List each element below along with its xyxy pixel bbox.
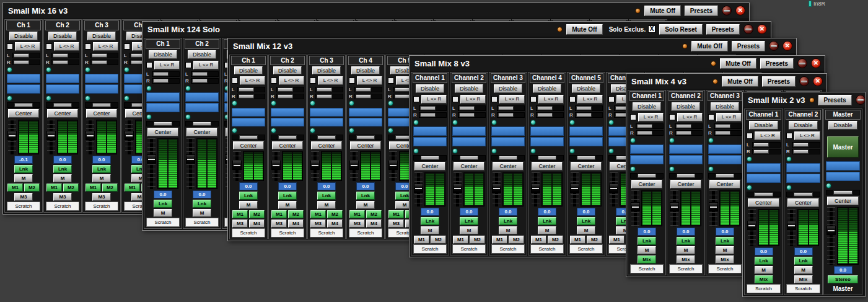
- titlebar[interactable]: Small Mix 124 Solo Mute Off Solo Exclus.…: [142, 22, 771, 37]
- volume-fader[interactable]: [350, 151, 358, 181]
- volume-fader[interactable]: [748, 209, 756, 246]
- lnk-button[interactable]: Lnk: [53, 165, 72, 173]
- mix-button[interactable]: Mix: [755, 275, 773, 283]
- slider-handle[interactable]: [638, 174, 656, 178]
- left-level-slider[interactable]: [152, 71, 180, 77]
- gain-value[interactable]: 0.0: [638, 228, 656, 236]
- m2-button[interactable]: M2: [249, 210, 265, 218]
- mute-off-button[interactable]: Mute Off: [644, 6, 681, 16]
- slider-handle[interactable]: [53, 60, 68, 64]
- lr-swap-button[interactable]: L <> R: [577, 95, 603, 104]
- scratch-field[interactable]: Scratch: [46, 202, 79, 211]
- slider-handle[interactable]: [53, 103, 72, 107]
- lnk-button[interactable]: Lnk: [499, 217, 517, 225]
- left-level-slider[interactable]: [191, 71, 219, 77]
- slider-handle[interactable]: [92, 60, 107, 64]
- pan-slider[interactable]: [669, 173, 703, 179]
- m-button[interactable]: M: [53, 174, 72, 182]
- volume-fader[interactable]: [233, 151, 241, 181]
- lnk-button[interactable]: Lnk: [716, 237, 734, 245]
- m2-button[interactable]: M2: [470, 236, 485, 244]
- volume-fader[interactable]: [414, 172, 423, 207]
- close-button[interactable]: ✕: [813, 76, 823, 86]
- right-level-slider[interactable]: [675, 130, 703, 136]
- fader-handle[interactable]: [310, 161, 320, 170]
- m1-button[interactable]: M1: [570, 236, 585, 244]
- slider-handle[interactable]: [14, 103, 33, 107]
- scratch-field[interactable]: Scratch: [452, 244, 486, 254]
- lr-link-checkbox[interactable]: [146, 62, 152, 68]
- gain-value[interactable]: 0.0: [834, 266, 853, 274]
- right-level-slider[interactable]: [419, 112, 447, 118]
- right-level-slider[interactable]: [315, 94, 343, 99]
- slider-handle[interactable]: [317, 94, 332, 99]
- slider-handle[interactable]: [793, 143, 809, 147]
- scratch-field[interactable]: Scratch: [786, 284, 820, 293]
- m-button[interactable]: M: [677, 246, 695, 254]
- pan-slider[interactable]: [747, 192, 781, 197]
- slider-handle[interactable]: [92, 53, 107, 58]
- disable-button[interactable]: Disable: [789, 121, 818, 130]
- m2-button[interactable]: M2: [24, 184, 40, 192]
- gain-value[interactable]: 0.0: [239, 182, 258, 190]
- lnk-button[interactable]: Lnk: [239, 192, 258, 200]
- lr-link-checkbox[interactable]: [349, 78, 355, 84]
- titlebar[interactable]: Small Miix 2 v3 Presets ✕: [743, 92, 865, 107]
- m-button[interactable]: M: [716, 246, 734, 254]
- fader-handle[interactable]: [631, 202, 640, 211]
- slider-handle[interactable]: [753, 143, 769, 147]
- lr-swap-button[interactable]: L <> R: [279, 76, 304, 85]
- slider-handle[interactable]: [794, 192, 813, 197]
- gain-value[interactable]: 0.0: [421, 208, 439, 216]
- m1-button[interactable]: M1: [349, 210, 365, 218]
- pan-slider[interactable]: [530, 155, 564, 161]
- m1-button[interactable]: M1: [492, 236, 507, 244]
- slider-handle[interactable]: [793, 149, 809, 154]
- gain-value[interactable]: 0.0: [53, 156, 72, 164]
- gain-value[interactable]: 0.0: [499, 208, 517, 216]
- disable-button[interactable]: Disable: [494, 84, 522, 93]
- scratch-field[interactable]: Scratch: [146, 218, 180, 227]
- lr-link-checkbox[interactable]: [85, 43, 91, 50]
- volume-fader[interactable]: [493, 172, 501, 207]
- lnk-button[interactable]: Lnk: [460, 217, 478, 225]
- slider-handle[interactable]: [14, 53, 29, 58]
- pan-slider[interactable]: [7, 102, 40, 108]
- right-level-slider[interactable]: [536, 112, 564, 118]
- slider-handle[interactable]: [239, 94, 254, 99]
- pan-slider[interactable]: [452, 155, 486, 161]
- m3-button[interactable]: M3: [232, 220, 248, 228]
- presets-button[interactable]: Presets: [685, 6, 718, 16]
- slider-handle[interactable]: [356, 94, 371, 99]
- lr-swap-button[interactable]: L <> R: [15, 42, 40, 51]
- pan-center-button[interactable]: Center: [454, 162, 484, 171]
- slider-handle[interactable]: [420, 113, 436, 117]
- lr-link-checkbox[interactable]: [786, 133, 792, 139]
- lr-swap-button[interactable]: L <> R: [318, 76, 343, 85]
- m1-button[interactable]: M1: [85, 184, 101, 192]
- m2-button[interactable]: M2: [366, 210, 382, 218]
- slider-handle[interactable]: [577, 156, 595, 160]
- lr-link-checkbox[interactable]: [413, 96, 419, 102]
- disable-button[interactable]: Disable: [416, 84, 444, 93]
- volume-fader[interactable]: [186, 138, 195, 189]
- m2-button[interactable]: M2: [431, 236, 446, 244]
- m1-button[interactable]: M1: [232, 210, 248, 218]
- lnk-button[interactable]: Lnk: [538, 217, 556, 225]
- lnk-button[interactable]: Lnk: [421, 217, 439, 225]
- pan-center-button[interactable]: Center: [311, 141, 342, 149]
- slider-handle[interactable]: [460, 156, 478, 160]
- m-button[interactable]: M: [755, 266, 773, 274]
- pan-center-button[interactable]: Center: [748, 198, 779, 207]
- slider-handle[interactable]: [53, 53, 68, 58]
- fader-handle[interactable]: [232, 161, 242, 170]
- fader-handle[interactable]: [186, 154, 195, 164]
- lr-swap-button[interactable]: L <> R: [794, 131, 820, 140]
- right-level-slider[interactable]: [636, 130, 664, 136]
- fader-handle[interactable]: [709, 202, 718, 211]
- left-level-slider[interactable]: [90, 53, 118, 58]
- m3-button[interactable]: M3: [349, 220, 365, 228]
- fader-handle[interactable]: [453, 184, 462, 193]
- pan-center-button[interactable]: Center: [493, 162, 524, 171]
- m-button[interactable]: M: [193, 209, 211, 217]
